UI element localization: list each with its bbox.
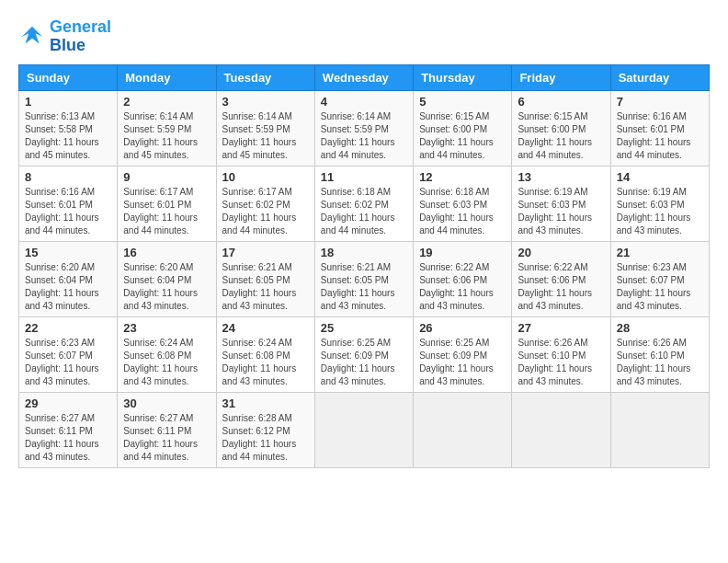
day-info: Sunrise: 6:16 AM Sunset: 6:01 PM Dayligh… [25, 186, 111, 237]
calendar-day-cell: 26Sunrise: 6:25 AM Sunset: 6:09 PM Dayli… [414, 316, 512, 392]
day-number: 27 [518, 321, 604, 335]
day-info: Sunrise: 6:26 AM Sunset: 6:10 PM Dayligh… [518, 337, 604, 388]
day-number: 21 [617, 246, 703, 259]
day-number: 20 [518, 246, 604, 259]
day-number: 14 [617, 170, 703, 184]
day-info: Sunrise: 6:26 AM Sunset: 6:10 PM Dayligh… [617, 337, 703, 388]
calendar-week-row: 22Sunrise: 6:23 AM Sunset: 6:07 PM Dayli… [19, 316, 710, 392]
calendar-day-cell: 21Sunrise: 6:23 AM Sunset: 6:07 PM Dayli… [610, 241, 709, 316]
calendar-day-cell: 16Sunrise: 6:20 AM Sunset: 6:04 PM Dayli… [118, 241, 216, 316]
day-info: Sunrise: 6:17 AM Sunset: 6:01 PM Dayligh… [123, 186, 210, 237]
day-info: Sunrise: 6:28 AM Sunset: 6:12 PM Dayligh… [222, 412, 309, 464]
day-number: 11 [321, 170, 407, 184]
day-number: 29 [25, 396, 111, 410]
page-header: General Blue [18, 18, 710, 55]
calendar-day-cell: 28Sunrise: 6:26 AM Sunset: 6:10 PM Dayli… [610, 316, 709, 392]
weekday-header-cell: Wednesday [314, 64, 413, 90]
day-info: Sunrise: 6:14 AM Sunset: 5:59 PM Dayligh… [123, 110, 210, 162]
calendar-day-cell: 31Sunrise: 6:28 AM Sunset: 6:12 PM Dayli… [216, 392, 314, 467]
day-number: 7 [617, 95, 703, 109]
calendar-day-cell: 14Sunrise: 6:19 AM Sunset: 6:03 PM Dayli… [610, 166, 709, 241]
day-info: Sunrise: 6:22 AM Sunset: 6:06 PM Dayligh… [419, 261, 506, 313]
day-number: 8 [25, 170, 111, 184]
calendar-day-cell: 13Sunrise: 6:19 AM Sunset: 6:03 PM Dayli… [512, 166, 610, 241]
calendar-day-cell: 30Sunrise: 6:27 AM Sunset: 6:11 PM Dayli… [118, 392, 216, 467]
day-number: 5 [419, 95, 506, 109]
day-info: Sunrise: 6:14 AM Sunset: 5:59 PM Dayligh… [321, 110, 407, 162]
day-number: 15 [25, 246, 111, 259]
day-info: Sunrise: 6:23 AM Sunset: 6:07 PM Dayligh… [25, 337, 111, 388]
day-info: Sunrise: 6:21 AM Sunset: 6:05 PM Dayligh… [222, 261, 309, 313]
day-info: Sunrise: 6:18 AM Sunset: 6:03 PM Dayligh… [419, 186, 506, 237]
day-info: Sunrise: 6:25 AM Sunset: 6:09 PM Dayligh… [321, 337, 407, 388]
day-info: Sunrise: 6:20 AM Sunset: 6:04 PM Dayligh… [123, 261, 210, 313]
day-number: 23 [123, 321, 210, 335]
weekday-header-cell: Saturday [610, 64, 709, 90]
day-info: Sunrise: 6:27 AM Sunset: 6:11 PM Dayligh… [25, 412, 111, 464]
day-info: Sunrise: 6:13 AM Sunset: 5:58 PM Dayligh… [25, 110, 111, 162]
day-info: Sunrise: 6:25 AM Sunset: 6:09 PM Dayligh… [419, 337, 506, 388]
calendar-day-cell: 6Sunrise: 6:15 AM Sunset: 6:00 PM Daylig… [512, 90, 610, 166]
day-info: Sunrise: 6:23 AM Sunset: 6:07 PM Dayligh… [617, 261, 703, 313]
calendar-day-cell: 23Sunrise: 6:24 AM Sunset: 6:08 PM Dayli… [118, 316, 216, 392]
day-info: Sunrise: 6:15 AM Sunset: 6:00 PM Dayligh… [518, 110, 604, 162]
day-info: Sunrise: 6:16 AM Sunset: 6:01 PM Dayligh… [617, 110, 703, 162]
calendar-day-cell: 29Sunrise: 6:27 AM Sunset: 6:11 PM Dayli… [19, 392, 118, 467]
calendar-day-cell: 9Sunrise: 6:17 AM Sunset: 6:01 PM Daylig… [118, 166, 216, 241]
day-number: 30 [123, 396, 210, 410]
calendar-day-cell: 24Sunrise: 6:24 AM Sunset: 6:08 PM Dayli… [216, 316, 314, 392]
calendar-day-cell [512, 392, 610, 467]
weekday-header-cell: Friday [512, 64, 610, 90]
calendar-day-cell [414, 392, 512, 467]
day-number: 28 [617, 321, 703, 335]
calendar-day-cell: 25Sunrise: 6:25 AM Sunset: 6:09 PM Dayli… [314, 316, 413, 392]
weekday-header-cell: Thursday [414, 64, 512, 90]
day-info: Sunrise: 6:24 AM Sunset: 6:08 PM Dayligh… [222, 337, 309, 388]
day-number: 1 [25, 95, 111, 109]
calendar-day-cell: 19Sunrise: 6:22 AM Sunset: 6:06 PM Dayli… [414, 241, 512, 316]
day-number: 25 [321, 321, 407, 335]
logo: General Blue [18, 18, 111, 55]
calendar-day-cell: 22Sunrise: 6:23 AM Sunset: 6:07 PM Dayli… [19, 316, 118, 392]
day-number: 6 [518, 95, 604, 109]
calendar-table: SundayMondayTuesdayWednesdayThursdayFrid… [18, 64, 710, 468]
day-number: 13 [518, 170, 604, 184]
day-number: 12 [419, 170, 506, 184]
day-number: 24 [222, 321, 309, 335]
calendar-day-cell: 3Sunrise: 6:14 AM Sunset: 5:59 PM Daylig… [216, 90, 314, 166]
calendar-day-cell: 11Sunrise: 6:18 AM Sunset: 6:02 PM Dayli… [314, 166, 413, 241]
calendar-week-row: 1Sunrise: 6:13 AM Sunset: 5:58 PM Daylig… [19, 90, 710, 166]
calendar-day-cell: 12Sunrise: 6:18 AM Sunset: 6:03 PM Dayli… [414, 166, 512, 241]
weekday-header-cell: Monday [118, 64, 216, 90]
day-info: Sunrise: 6:19 AM Sunset: 6:03 PM Dayligh… [518, 186, 604, 237]
day-number: 16 [123, 246, 210, 259]
calendar-day-cell: 2Sunrise: 6:14 AM Sunset: 5:59 PM Daylig… [118, 90, 216, 166]
day-info: Sunrise: 6:27 AM Sunset: 6:11 PM Dayligh… [123, 412, 210, 464]
day-number: 3 [222, 95, 309, 109]
calendar-day-cell: 20Sunrise: 6:22 AM Sunset: 6:06 PM Dayli… [512, 241, 610, 316]
svg-marker-0 [22, 27, 43, 44]
day-number: 26 [419, 321, 506, 335]
day-info: Sunrise: 6:22 AM Sunset: 6:06 PM Dayligh… [518, 261, 604, 313]
calendar-day-cell: 8Sunrise: 6:16 AM Sunset: 6:01 PM Daylig… [19, 166, 118, 241]
calendar-day-cell: 18Sunrise: 6:21 AM Sunset: 6:05 PM Dayli… [314, 241, 413, 316]
day-number: 2 [123, 95, 210, 109]
day-number: 31 [222, 396, 309, 410]
calendar-day-cell: 10Sunrise: 6:17 AM Sunset: 6:02 PM Dayli… [216, 166, 314, 241]
day-info: Sunrise: 6:24 AM Sunset: 6:08 PM Dayligh… [123, 337, 210, 388]
calendar-day-cell: 4Sunrise: 6:14 AM Sunset: 5:59 PM Daylig… [314, 90, 413, 166]
calendar-day-cell: 7Sunrise: 6:16 AM Sunset: 6:01 PM Daylig… [610, 90, 709, 166]
day-info: Sunrise: 6:20 AM Sunset: 6:04 PM Dayligh… [25, 261, 111, 313]
day-number: 18 [321, 246, 407, 259]
day-number: 19 [419, 246, 506, 259]
day-info: Sunrise: 6:17 AM Sunset: 6:02 PM Dayligh… [222, 186, 309, 237]
calendar-week-row: 8Sunrise: 6:16 AM Sunset: 6:01 PM Daylig… [19, 166, 710, 241]
day-number: 4 [321, 95, 407, 109]
weekday-header-cell: Tuesday [216, 64, 314, 90]
day-number: 17 [222, 246, 309, 259]
calendar-day-cell: 1Sunrise: 6:13 AM Sunset: 5:58 PM Daylig… [19, 90, 118, 166]
calendar-day-cell [610, 392, 709, 467]
day-info: Sunrise: 6:15 AM Sunset: 6:00 PM Dayligh… [419, 110, 506, 162]
calendar-day-cell: 17Sunrise: 6:21 AM Sunset: 6:05 PM Dayli… [216, 241, 314, 316]
logo-text: General Blue [50, 18, 111, 55]
